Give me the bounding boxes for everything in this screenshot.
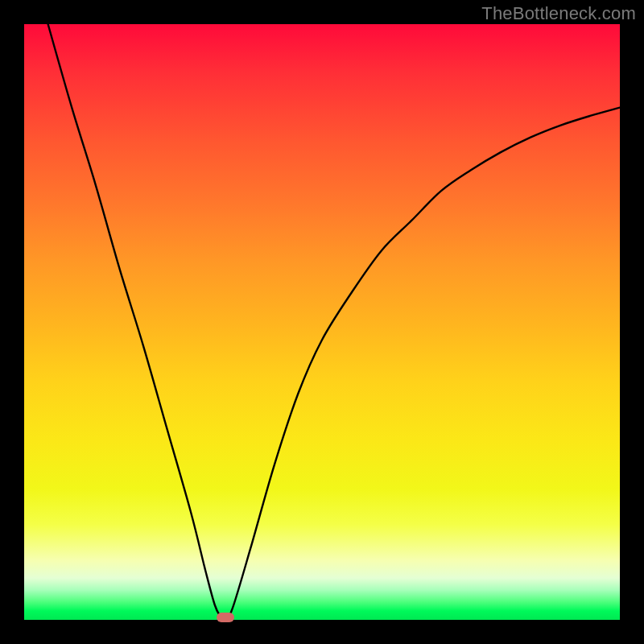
bottleneck-curve xyxy=(24,24,620,620)
plot-area xyxy=(24,24,620,620)
attribution-label: TheBottleneck.com xyxy=(481,3,636,24)
chart-container: TheBottleneck.com xyxy=(0,0,644,644)
minimum-marker xyxy=(217,613,234,622)
